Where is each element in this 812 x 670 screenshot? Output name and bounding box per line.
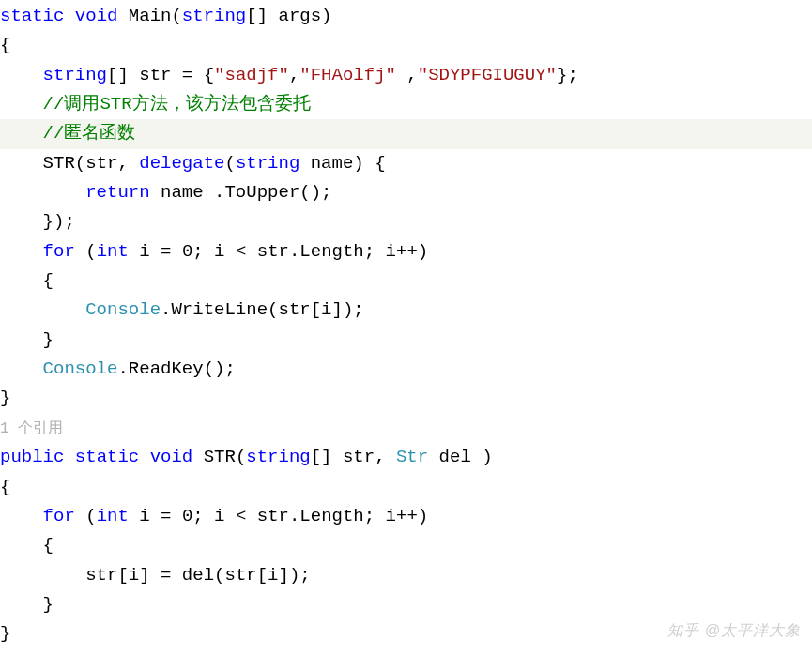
code-line: { [0,477,10,497]
keyword-public: public [0,447,64,467]
type-str: Str [396,447,428,467]
code-line: STR(str, delegate(string name) { [0,153,386,174]
code-line: } [0,594,54,615]
keyword-for: for [43,506,75,526]
keyword-int: int [97,241,129,262]
number-zero: 0 [182,506,192,526]
identifier-args: args [279,6,322,26]
identifier-name: name [311,153,354,174]
string-literal: "SDYPFGIUGUY" [418,65,557,85]
identifier-str: str [278,299,310,320]
code-line: str[i] = del(str[i]); [0,565,311,586]
keyword-void: void [150,447,193,467]
code-line: static void Main(string[] args) [0,6,332,26]
keyword-string: string [43,65,107,85]
keyword-static: static [75,447,139,467]
type-console: Console [85,299,161,320]
keyword-string: string [182,6,246,26]
reference-count: 1 个引用 [0,420,63,437]
identifier-del: del [182,565,214,586]
keyword-void: void [75,6,118,26]
identifier-name: name [161,182,204,203]
code-line: Console.WriteLine(str[i]); [0,299,364,320]
identifier-str: str [257,241,289,262]
code-line: //匿名函数 [0,119,812,148]
watermark: 知乎 @太平洋大象 [667,618,801,643]
code-line: for (int i = 0; i < str.Length; i++) [0,241,428,262]
number-zero: 0 [182,241,192,262]
keyword-string: string [246,447,310,467]
identifier-length: Length [299,506,363,526]
identifier-writeline: WriteLine [171,299,268,320]
identifier-i: i [129,565,139,586]
keyword-delegate: delegate [139,153,224,174]
keyword-return: return [85,182,149,203]
identifier-i: i [321,299,331,320]
identifier-i: i [214,506,224,526]
type-console: Console [43,358,118,379]
identifier-i: i [214,241,224,262]
code-line: } [0,329,54,350]
identifier-readkey: ReadKey [129,358,204,379]
identifier-i: i [139,241,149,262]
identifier-main: Main [129,6,172,26]
code-line: Console.ReadKey(); [0,358,236,379]
string-literal: "FHAolfj" [299,65,396,85]
identifier-length: Length [299,241,363,262]
keyword-for: for [43,241,75,262]
identifier-i: i [268,565,278,586]
code-line: return name .ToUpper(); [0,182,332,203]
code-line: }); [0,211,75,232]
identifier-i: i [386,506,396,526]
identifier-i: i [139,506,149,526]
identifier-STR: STR [204,447,236,467]
comment: //匿名函数 [43,123,136,144]
string-literal: "sadjf" [214,65,289,85]
code-line: public static void STR(string[] str, Str… [0,447,493,467]
identifier-str: str [85,153,117,174]
identifier-i: i [386,241,396,262]
identifier-str: str [257,506,289,526]
code-line: } [0,388,10,408]
identifier-STR: STR [43,153,75,174]
keyword-int: int [97,506,129,526]
comment: //调用STR方法，该方法包含委托 [43,94,311,114]
code-line: { [0,535,54,556]
code-line: string[] str = {"sadjf","FHAolfj" ,"SDYP… [0,65,578,85]
code-line: } [0,623,10,644]
identifier-str: str [85,565,117,586]
identifier-str: str [343,447,375,467]
code-line: //调用STR方法，该方法包含委托 [0,94,311,114]
keyword-string: string [236,153,299,174]
identifier-toupper: ToUpper [224,182,299,203]
code-line: { [0,35,10,55]
code-line: for (int i = 0; i < str.Length; i++) [0,506,428,526]
identifier-del: del [439,447,471,467]
identifier-str: str [224,565,256,586]
identifier-str: str [139,65,171,85]
keyword-static: static [0,6,64,26]
code-line: { [0,270,54,291]
code-block: static void Main(string[] args) { string… [0,0,812,649]
